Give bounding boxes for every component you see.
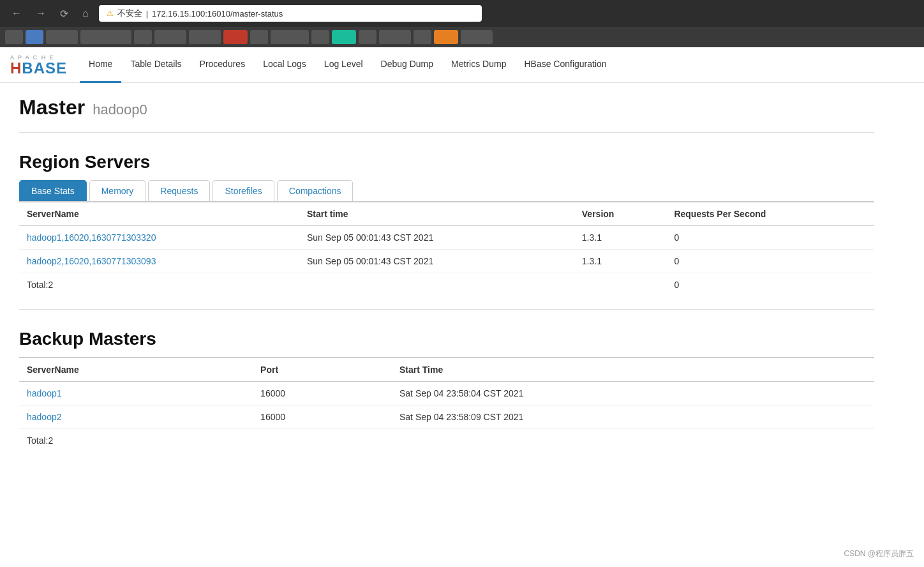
bookmarks-bar [0, 27, 924, 47]
bm-col-port: Port [253, 358, 392, 382]
bookmark-15[interactable] [414, 30, 431, 44]
bm-server-link-1[interactable]: hadoop1 [27, 388, 62, 398]
back-button[interactable]: ← [8, 6, 26, 20]
bm-port-2: 16000 [253, 405, 392, 429]
region-servers-title: Region Servers [19, 152, 874, 172]
version-2: 1.3.1 [574, 250, 667, 273]
nav-metrics-dump[interactable]: Metrics Dump [442, 47, 515, 83]
logo-hbase-text: HBASE [10, 61, 67, 76]
nav-procedures[interactable]: Procedures [191, 47, 255, 83]
bm-col-start-time: Start Time [392, 358, 874, 382]
tab-compactions[interactable]: Compactions [277, 180, 354, 201]
bm-total-label: Total:2 [19, 429, 253, 453]
address-bar[interactable]: ⚠ 不安全 | 172.16.15.100:16010/master-statu… [99, 5, 482, 22]
bm-server-link-2[interactable]: hadoop2 [27, 412, 62, 422]
bookmark-1[interactable] [5, 30, 23, 44]
security-warning-text: 不安全 [117, 8, 142, 19]
bm-total-row: Total:2 [19, 429, 874, 453]
start-time-2: Sun Sep 05 00:01:43 CST 2021 [299, 250, 574, 273]
bm-port-1: 16000 [253, 382, 392, 405]
browser-chrome: ← → ⟳ ⌂ ⚠ 不安全 | 172.16.15.100:16010/mast… [0, 0, 924, 27]
home-button[interactable]: ⌂ [78, 6, 93, 20]
bookmark-13[interactable] [359, 30, 376, 44]
bookmark-9[interactable] [250, 30, 268, 44]
bookmark-17[interactable] [461, 30, 493, 44]
section-divider-1 [19, 309, 874, 310]
version-1: 1.3.1 [574, 226, 667, 250]
page-title: Master [19, 96, 85, 119]
bookmark-14[interactable] [379, 30, 411, 44]
region-servers-table: ServerName Start time Version Requests P… [19, 201, 874, 296]
bookmark-6[interactable] [154, 30, 186, 44]
bookmark-3[interactable] [46, 30, 78, 44]
table-row: hadoop1,16020,1630771303320 Sun Sep 05 0… [19, 226, 874, 250]
bookmark-2[interactable] [26, 30, 43, 44]
backup-masters-table: ServerName Port Start Time hadoop1 16000… [19, 357, 874, 452]
bookmark-7[interactable] [189, 30, 221, 44]
server-link-2[interactable]: hadoop2,16020,1630771303093 [27, 256, 156, 266]
bookmark-11[interactable] [311, 30, 329, 44]
nav-hbase-config[interactable]: HBase Configuration [515, 47, 615, 83]
nav-local-logs[interactable]: Local Logs [254, 47, 315, 83]
rps-1: 0 [666, 226, 874, 250]
table-row: hadoop2,16020,1630771303093 Sun Sep 05 0… [19, 250, 874, 273]
bm-start-time-1: Sat Sep 04 23:58:04 CST 2021 [392, 382, 874, 405]
bookmark-5[interactable] [134, 30, 152, 44]
start-time-1: Sun Sep 05 00:01:43 CST 2021 [299, 226, 574, 250]
bookmark-8[interactable] [223, 30, 248, 44]
title-divider [19, 132, 874, 133]
app-logo: A P A C H E HBASE [10, 54, 67, 76]
bookmark-16[interactable] [434, 30, 458, 44]
address-separator: | [146, 9, 148, 19]
tab-storefiles[interactable]: Storefiles [212, 180, 274, 201]
table-row: hadoop1 16000 Sat Sep 04 23:58:04 CST 20… [19, 382, 874, 405]
nav-home[interactable]: Home [80, 47, 121, 83]
region-servers-tabs: Base Stats Memory Requests Storefiles Co… [19, 180, 874, 201]
table-row: hadoop2 16000 Sat Sep 04 23:58:09 CST 20… [19, 405, 874, 429]
security-warning-icon: ⚠ [107, 9, 114, 18]
nav-debug-dump[interactable]: Debug Dump [372, 47, 443, 83]
bookmark-4[interactable] [80, 30, 131, 44]
reload-button[interactable]: ⟳ [56, 6, 72, 21]
page-title-container: Master hadoop0 [19, 96, 874, 119]
tab-memory[interactable]: Memory [89, 180, 146, 201]
rps-2: 0 [666, 250, 874, 273]
total-row: Total:2 0 [19, 273, 874, 297]
app-navbar: A P A C H E HBASE Home Table Details Pro… [0, 47, 924, 83]
url-text: 172.16.15.100:16010/master-status [152, 9, 283, 19]
nav-table-details[interactable]: Table Details [121, 47, 190, 83]
nav-log-level[interactable]: Log Level [315, 47, 372, 83]
bm-start-time-2: Sat Sep 04 23:58:09 CST 2021 [392, 405, 874, 429]
bookmark-12[interactable] [332, 30, 356, 44]
col-version: Version [574, 202, 667, 226]
tab-base-stats[interactable]: Base Stats [19, 180, 87, 201]
col-server-name: ServerName [19, 202, 299, 226]
backup-masters-title: Backup Masters [19, 329, 874, 349]
col-start-time: Start time [299, 202, 574, 226]
tab-requests[interactable]: Requests [148, 180, 210, 201]
col-rps: Requests Per Second [666, 202, 874, 226]
bookmark-10[interactable] [271, 30, 309, 44]
server-link-1[interactable]: hadoop1,16020,1630771303320 [27, 232, 156, 243]
total-rps: 0 [666, 273, 874, 297]
forward-button[interactable]: → [32, 6, 50, 20]
page-subtitle: hadoop0 [93, 102, 147, 118]
total-label: Total:2 [19, 273, 299, 297]
bm-col-server-name: ServerName [19, 358, 253, 382]
main-content: Master hadoop0 Region Servers Base Stats… [0, 83, 893, 465]
